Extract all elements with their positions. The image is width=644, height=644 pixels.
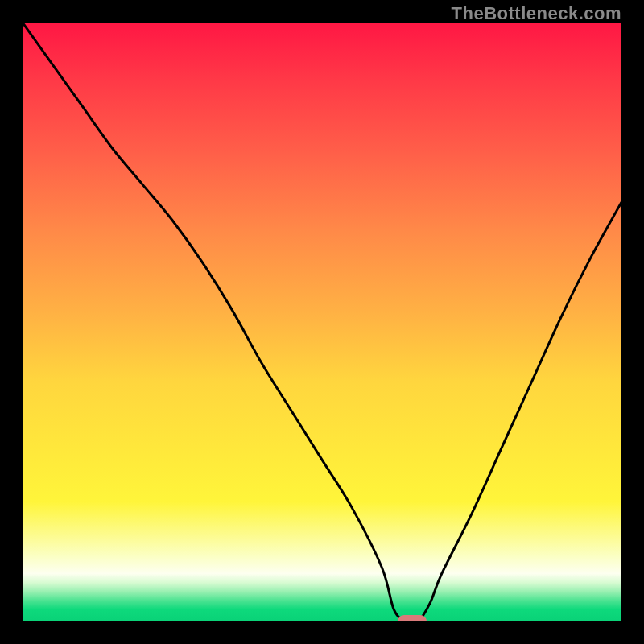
watermark-text: TheBottleneck.com <box>452 3 621 24</box>
curve-layer <box>23 23 621 621</box>
optimal-marker <box>398 615 427 621</box>
chart-container: TheBottleneck.com <box>0 0 644 644</box>
bottleneck-curve <box>23 23 621 621</box>
plot-area <box>23 23 621 621</box>
